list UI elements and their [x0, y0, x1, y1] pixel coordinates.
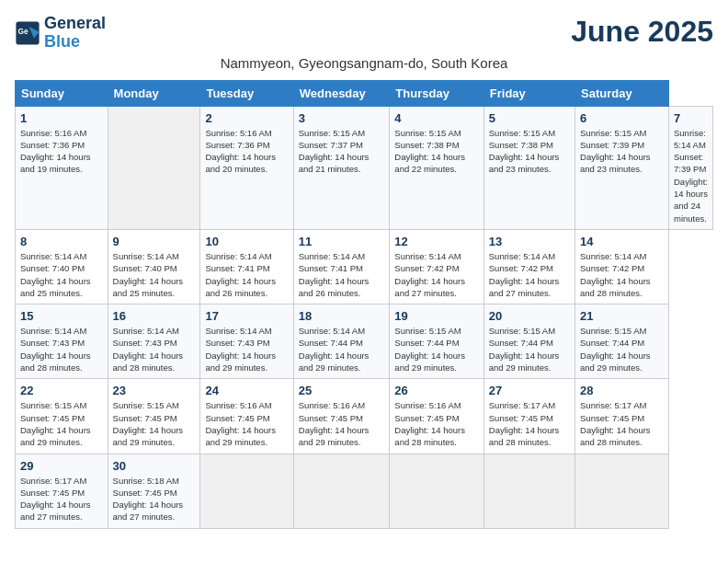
calendar-cell-25: 25Sunrise: 5:16 AMSunset: 7:45 PMDayligh… [293, 379, 390, 454]
calendar-cell-1: 1Sunrise: 5:16 AMSunset: 7:36 PMDaylight… [16, 106, 108, 229]
logo-text: General Blue [44, 15, 106, 52]
calendar-cell-13: 13Sunrise: 5:14 AMSunset: 7:42 PMDayligh… [483, 229, 574, 304]
calendar-cell-19: 19Sunrise: 5:15 AMSunset: 7:44 PMDayligh… [390, 304, 483, 379]
logo-icon: Ge [15, 20, 40, 46]
calendar-cell-29: 29Sunrise: 5:17 AMSunset: 7:45 PMDayligh… [16, 454, 108, 528]
calendar-cell-15: 15Sunrise: 5:14 AMSunset: 7:43 PMDayligh… [16, 304, 108, 379]
calendar-cell-27: 27Sunrise: 5:17 AMSunset: 7:45 PMDayligh… [483, 379, 574, 454]
calendar-cell-30: 30Sunrise: 5:18 AMSunset: 7:45 PMDayligh… [108, 454, 200, 528]
calendar-cell-empty [108, 106, 200, 229]
calendar-week-0: 1Sunrise: 5:16 AMSunset: 7:36 PMDaylight… [16, 106, 713, 229]
calendar-cell-16: 16Sunrise: 5:14 AMSunset: 7:43 PMDayligh… [108, 304, 200, 379]
calendar-cell-2: 2Sunrise: 5:16 AMSunset: 7:36 PMDaylight… [200, 106, 293, 229]
logo: Ge General Blue [15, 15, 106, 52]
weekday-header-row: SundayMondayTuesdayWednesdayThursdayFrid… [16, 80, 713, 106]
calendar-cell-4: 4Sunrise: 5:15 AMSunset: 7:38 PMDaylight… [390, 106, 483, 229]
calendar-week-4: 29Sunrise: 5:17 AMSunset: 7:45 PMDayligh… [16, 454, 713, 528]
month-title: June 2025 [571, 15, 713, 49]
calendar-cell-8: 8Sunrise: 5:14 AMSunset: 7:40 PMDaylight… [16, 229, 108, 304]
calendar-week-1: 8Sunrise: 5:14 AMSunset: 7:40 PMDaylight… [16, 229, 713, 304]
calendar-cell-23: 23Sunrise: 5:15 AMSunset: 7:45 PMDayligh… [108, 379, 200, 454]
weekday-header-monday: Monday [108, 80, 200, 106]
weekday-header-tuesday: Tuesday [200, 80, 293, 106]
weekday-header-sunday: Sunday [16, 80, 108, 106]
svg-text:Ge: Ge [18, 27, 29, 36]
header: Ge General Blue June 2025 [15, 15, 713, 52]
calendar-cell-9: 9Sunrise: 5:14 AMSunset: 7:40 PMDaylight… [108, 229, 200, 304]
weekday-header-saturday: Saturday [575, 80, 669, 106]
calendar-cell-28: 28Sunrise: 5:17 AMSunset: 7:45 PMDayligh… [575, 379, 669, 454]
weekday-header-friday: Friday [483, 80, 574, 106]
calendar-cell-empty [390, 454, 483, 528]
calendar-cell-empty [575, 454, 669, 528]
calendar-cell-6: 6Sunrise: 5:15 AMSunset: 7:39 PMDaylight… [575, 106, 669, 229]
calendar-cell-7: 7Sunrise: 5:14 AMSunset: 7:39 PMDaylight… [668, 106, 712, 229]
calendar-week-3: 22Sunrise: 5:15 AMSunset: 7:45 PMDayligh… [16, 379, 713, 454]
calendar-cell-21: 21Sunrise: 5:15 AMSunset: 7:44 PMDayligh… [575, 304, 669, 379]
calendar-table: SundayMondayTuesdayWednesdayThursdayFrid… [15, 80, 713, 529]
calendar-cell-24: 24Sunrise: 5:16 AMSunset: 7:45 PMDayligh… [200, 379, 293, 454]
calendar-cell-26: 26Sunrise: 5:16 AMSunset: 7:45 PMDayligh… [390, 379, 483, 454]
calendar-cell-20: 20Sunrise: 5:15 AMSunset: 7:44 PMDayligh… [483, 304, 574, 379]
calendar-cell-14: 14Sunrise: 5:14 AMSunset: 7:42 PMDayligh… [575, 229, 669, 304]
calendar-cell-11: 11Sunrise: 5:14 AMSunset: 7:41 PMDayligh… [293, 229, 390, 304]
calendar-week-2: 15Sunrise: 5:14 AMSunset: 7:43 PMDayligh… [16, 304, 713, 379]
calendar-cell-5: 5Sunrise: 5:15 AMSunset: 7:38 PMDaylight… [483, 106, 574, 229]
calendar-cell-12: 12Sunrise: 5:14 AMSunset: 7:42 PMDayligh… [390, 229, 483, 304]
calendar-cell-10: 10Sunrise: 5:14 AMSunset: 7:41 PMDayligh… [200, 229, 293, 304]
calendar-cell-17: 17Sunrise: 5:14 AMSunset: 7:43 PMDayligh… [200, 304, 293, 379]
calendar-cell-empty [483, 454, 574, 528]
calendar-cell-3: 3Sunrise: 5:15 AMSunset: 7:37 PMDaylight… [293, 106, 390, 229]
weekday-header-wednesday: Wednesday [293, 80, 390, 106]
calendar-cell-18: 18Sunrise: 5:14 AMSunset: 7:44 PMDayligh… [293, 304, 390, 379]
calendar-cell-empty [293, 454, 390, 528]
calendar-cell-22: 22Sunrise: 5:15 AMSunset: 7:45 PMDayligh… [16, 379, 108, 454]
calendar-cell-empty [200, 454, 293, 528]
weekday-header-thursday: Thursday [390, 80, 483, 106]
subtitle: Nammyeon, Gyeongsangnam-do, South Korea [15, 55, 713, 71]
